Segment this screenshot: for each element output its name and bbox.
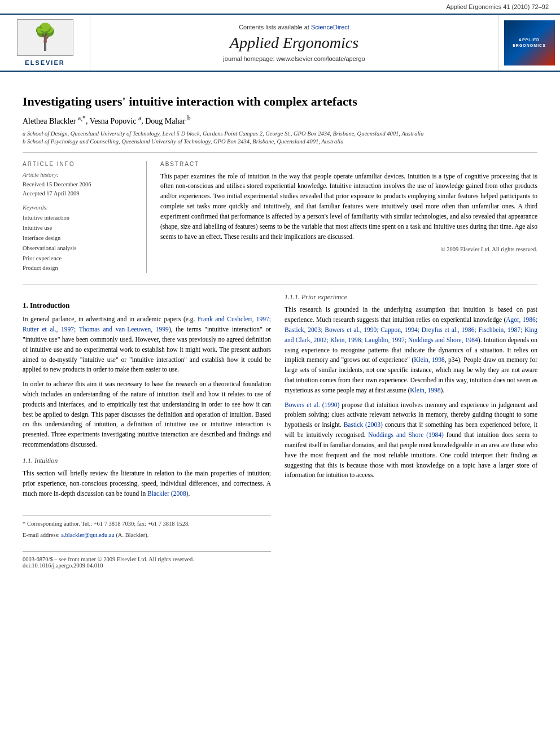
keyword-5: Prior experience [23,254,135,264]
sub1-para: This section will briefly review the lit… [23,469,271,499]
author-mahar: Doug Mahar b [145,117,190,125]
article-info-section: ARTICLE INFO Article history: Received 1… [23,161,147,274]
email-link[interactable]: a.blackler@qut.edu.au [61,532,115,538]
footnote-email: E-mail address: a.blackler@qut.edu.au (A… [23,531,271,540]
body-left-column: 1. Introduction In general parlance, in … [23,293,271,569]
article-info-heading: ARTICLE INFO [23,161,135,167]
keywords-label: Keywords: [23,204,135,211]
author-popovic: Vesna Popovic a, [90,117,146,125]
affiliation-a: a School of Design, Queensland Universit… [23,130,537,137]
journal-homepage: journal homepage: www.elsevier.com/locat… [223,55,365,62]
keyword-3: Interface design [23,233,135,243]
keyword-1: Intuitive interaction [23,213,135,223]
section-1-heading: 1. Introduction [23,301,271,310]
history-label: Article history: [23,172,135,178]
sciencedirect-link[interactable]: ScienceDirect [311,24,349,30]
copyright-line: © 2009 Elsevier Ltd. All rights reserved… [160,246,537,252]
cover-title-text: APPLIED ERGONOMICS [513,37,546,49]
ref-bastick-2003[interactable]: Bastick (2003) [344,421,383,428]
ref-agor[interactable]: Agor, 1986; Bastick, 2003; Bowers et al.… [285,316,537,343]
sub11-heading: 1.1.1. Prior experience [285,293,537,302]
ref-noddings[interactable]: Noddings and Shore (1984) [368,431,444,438]
footnote-corresponding: * Corresponding author. Tel.: +61 7 3818… [23,519,271,528]
divider-1 [23,152,537,153]
ref-frank[interactable]: Frank and Cushcleri, 1997; Rutter et al.… [23,316,271,333]
keyword-4: Observational analysis [23,243,135,254]
elsevier-tree-icon [17,19,73,56]
footer-doi: doi:10.1016/j.apergo.2009.04.010 [23,562,271,569]
article-dates: Received 15 December 2006 Accepted 17 Ap… [23,180,135,199]
accepted-date: Accepted 17 April 2009 [23,189,135,199]
keyword-6: Product design [23,263,135,273]
ref-klein-1998[interactable]: Klein, 1998 [414,356,445,363]
received-date: Received 15 December 2006 [23,180,135,190]
ref-klein-1998b[interactable]: Klein, 1998 [410,387,440,394]
main-content: Investigating users' intuitive interacti… [0,72,560,580]
article-title: Investigating users' intuitive interacti… [23,94,537,109]
elsevier-logo: ELSEVIER [17,19,73,66]
ref-blackler-2008[interactable]: Blackler (2008) [147,490,189,497]
journal-ref: Applied Ergonomics 41 (2010) 72–92 [0,0,560,14]
sub1-heading: 1.1. Intuition [23,457,271,465]
keywords-list: Intuitive interaction Intuitive use Inte… [23,213,135,273]
affiliation-b: b School of Psychology and Counselling, … [23,138,537,145]
journal-name-area: Contents lists available at ScienceDirec… [90,15,498,71]
journal-cover-image: APPLIED ERGONOMICS [504,20,555,65]
elsevier-logo-area: ELSEVIER [0,15,90,71]
elsevier-wordmark: ELSEVIER [25,59,64,66]
footnote-area: * Corresponding author. Tel.: +61 7 3818… [23,516,271,540]
section-1-para2: In order to achieve this aim it was nece… [23,379,271,450]
ref-bowers-1990[interactable]: Bowers et al. (1990) [285,401,339,408]
body-columns: 1. Introduction In general parlance, in … [23,293,537,569]
info-abstract-row: ARTICLE INFO Article history: Received 1… [23,161,537,274]
keyword-2: Intuitive use [23,223,135,233]
journal-cover-area: APPLIED ERGONOMICS [498,15,560,71]
body-right-column: 1.1.1. Prior experience This research is… [285,293,537,569]
abstract-heading: ABSTRACT [160,161,537,167]
sciencedirect-line: Contents lists available at ScienceDirec… [239,24,349,30]
journal-title: Applied Ergonomics [230,34,358,52]
sub11-para1: This research is grounded in the underly… [285,305,537,395]
page-footer: 0003-6870/$ – see front matter © 2009 El… [23,551,271,569]
footer-license: 0003-6870/$ – see front matter © 2009 El… [23,556,271,562]
sub11-para2: Bowers et al. (1990) propose that intuit… [285,400,537,481]
abstract-section: ABSTRACT This paper examines the role of… [147,161,537,274]
authors: Alethea Blackler a,*, Vesna Popovic a, D… [23,115,537,126]
journal-header: ELSEVIER Contents lists available at Sci… [0,14,560,72]
abstract-text: This paper examines the role of intuitio… [160,172,537,242]
section-1-para1: In general parlance, in advertising and … [23,314,271,375]
author-blackler: Alethea Blackler a,*, [23,117,90,125]
divider-2 [23,285,537,285]
